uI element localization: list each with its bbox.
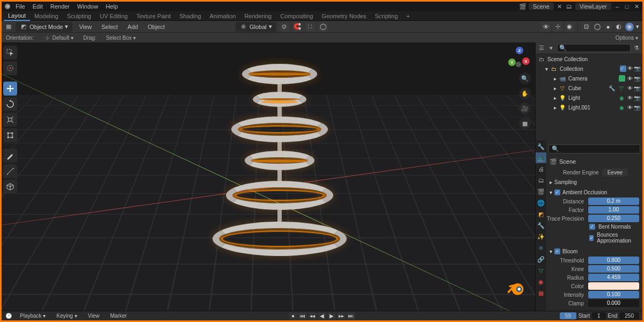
start-frame-field[interactable]: 1 xyxy=(592,312,606,319)
pan-gizmo[interactable]: ✋ xyxy=(519,87,531,99)
timeline-marker[interactable]: Marker xyxy=(107,312,130,320)
timeline-keying[interactable]: Keying ▾ xyxy=(53,312,80,320)
scene-name-field[interactable]: Scene xyxy=(529,3,554,10)
drag-mode-dropdown[interactable]: Select Box ▾ xyxy=(103,34,139,41)
mode-dropdown[interactable]: ◩ Object Mode ▾ xyxy=(16,22,72,32)
perspective-toggle-gizmo[interactable]: ▦ xyxy=(519,118,531,129)
prop-tab-particles[interactable]: ✨ xyxy=(536,231,546,242)
tab-texture-paint[interactable]: Texture Paint xyxy=(132,12,175,20)
outliner-item-camera[interactable]: ▸ 📹 Camera 👁📷 xyxy=(536,74,642,83)
render-engine-dropdown[interactable]: Eevee xyxy=(602,169,628,177)
timeline-view[interactable]: View xyxy=(85,312,103,320)
current-frame-field[interactable]: 59 xyxy=(560,312,576,319)
tool-scale[interactable] xyxy=(3,113,17,127)
shading-rendered[interactable]: ◉ xyxy=(625,23,634,31)
xray-toggle[interactable]: ⊡ xyxy=(581,22,591,32)
panel-sampling[interactable]: ▸ Sampling xyxy=(546,178,642,187)
menu-edit[interactable]: Edit xyxy=(30,2,46,11)
prop-tab-world[interactable]: 🌐 xyxy=(536,197,546,208)
panel-depth-of-field[interactable]: ▸ Depth of Field xyxy=(546,309,642,311)
render-icon[interactable]: 📷 xyxy=(634,76,640,82)
tab-modeling[interactable]: Modeling xyxy=(30,12,63,20)
tool-annotate[interactable] xyxy=(3,149,17,163)
header-object[interactable]: Object xyxy=(144,23,168,31)
prop-tab-texture[interactable]: ▦ xyxy=(536,288,546,298)
window-maximize-icon[interactable]: □ xyxy=(623,3,631,10)
viewlayer-name-field[interactable]: ViewLayer xyxy=(575,3,611,10)
bloom-clamp-field[interactable]: 0.000 xyxy=(588,299,639,307)
filter-icon[interactable]: ⚗ xyxy=(633,45,640,52)
render-icon[interactable]: 📷 xyxy=(634,105,640,111)
menu-file[interactable]: File xyxy=(12,2,28,11)
tool-measure[interactable] xyxy=(3,164,17,178)
overlay-toggle[interactable]: ◉ xyxy=(565,22,574,32)
prev-keyframe-button[interactable]: ◂◂ xyxy=(308,312,317,320)
tab-add-workspace[interactable]: + xyxy=(402,12,414,20)
pivot-point-button[interactable]: ⊙ xyxy=(280,22,289,32)
bloom-radius-field[interactable]: 4.459 xyxy=(588,274,639,281)
tool-rotate[interactable] xyxy=(3,97,17,111)
snap-target-dropdown[interactable]: ⸬ xyxy=(305,22,315,32)
tool-select-box[interactable] xyxy=(3,46,17,60)
z-axis-handle[interactable]: Z xyxy=(516,47,523,54)
prop-tab-constraints[interactable]: 🔗 xyxy=(536,254,546,265)
outliner-item-light[interactable]: ▸ 💡 Light ◉ 👁📷 xyxy=(536,93,642,103)
menu-render[interactable]: Render xyxy=(47,2,73,11)
ao-trace-precision-field[interactable]: 0.250 xyxy=(588,215,639,222)
scene-object-space-station[interactable] xyxy=(204,64,355,311)
shading-material[interactable]: ◐ xyxy=(614,23,623,31)
y-axis-handle[interactable]: Y xyxy=(508,58,516,66)
render-icon[interactable]: 📷 xyxy=(634,65,640,72)
prop-tab-output[interactable]: 🖨 xyxy=(536,164,546,174)
eye-icon[interactable]: 👁 xyxy=(627,105,633,111)
bloom-color-field[interactable] xyxy=(588,282,639,290)
jump-to-start-button[interactable]: ⏮ xyxy=(298,312,307,320)
properties-search-input[interactable] xyxy=(548,144,640,153)
prop-tab-scene[interactable]: 🎬 xyxy=(536,186,546,197)
end-frame-field[interactable]: 250 xyxy=(619,312,639,319)
shading-solid[interactable]: ● xyxy=(604,23,612,31)
play-button[interactable]: ▶ xyxy=(327,312,336,320)
x-axis-handle[interactable]: X xyxy=(522,57,530,65)
tool-orientation-dropdown[interactable]: ⊹ Default ▾ xyxy=(40,33,77,42)
disclosure-icon[interactable]: ▸ xyxy=(554,76,557,82)
tool-move[interactable] xyxy=(3,82,17,96)
tab-geo-nodes[interactable]: Geometry Nodes xyxy=(317,12,370,20)
tab-uv-editing[interactable]: UV Editing xyxy=(96,12,132,20)
tab-compositing[interactable]: Compositing xyxy=(276,12,317,20)
panel-ambient-occlusion[interactable]: ▾ ✓ Ambient Occlusion xyxy=(546,188,642,197)
tab-rendering[interactable]: Rendering xyxy=(240,12,276,20)
snap-toggle[interactable]: 🧲 xyxy=(292,22,302,32)
editor-type-icon[interactable]: ▦ xyxy=(5,23,12,31)
shading-wireframe[interactable]: ◯ xyxy=(593,23,602,31)
outliner-item-cube[interactable]: ▸ ▽ Cube 🔧 ▽ 👁📷 xyxy=(536,83,642,93)
prop-tab-data[interactable]: ▽ xyxy=(536,265,546,276)
ao-checkbox[interactable]: ✓ xyxy=(554,189,560,195)
bloom-checkbox[interactable]: ✓ xyxy=(554,248,560,254)
next-keyframe-button[interactable]: ▸▸ xyxy=(337,312,346,320)
eye-icon[interactable]: 👁 xyxy=(627,85,633,91)
timeline-playback[interactable]: Playback ▾ xyxy=(17,312,49,320)
prop-tab-material[interactable]: ◉ xyxy=(536,276,546,287)
render-icon[interactable]: 📷 xyxy=(634,95,640,101)
options-dropdown[interactable]: Options ▾ xyxy=(616,35,638,41)
tool-transform[interactable] xyxy=(3,128,17,142)
3d-viewport[interactable]: X Y Z 🔍 ✋ 🎥 ▦ xyxy=(2,42,535,311)
bloom-threshold-field[interactable]: 0.800 xyxy=(588,257,639,264)
menu-window[interactable]: Window xyxy=(74,2,101,11)
tab-layout[interactable]: Layout xyxy=(4,11,30,21)
nav-gizmo[interactable]: X Y Z xyxy=(508,47,531,69)
scene-datablock-header[interactable]: 🎬 Scene xyxy=(546,156,642,167)
tool-add-cube[interactable] xyxy=(3,180,17,194)
outliner-display-mode[interactable]: ▾ xyxy=(547,45,555,52)
window-minimize-icon[interactable]: – xyxy=(613,3,621,10)
outliner-collection[interactable]: ▾ 🗀 Collection ✓ 👁 📷 xyxy=(536,64,642,74)
render-icon[interactable]: 📷 xyxy=(634,85,640,91)
disclosure-icon[interactable]: ▾ xyxy=(545,66,548,72)
eye-icon[interactable]: 👁 xyxy=(627,95,633,101)
tab-scripting[interactable]: Scripting xyxy=(370,12,402,20)
exclude-checkbox[interactable]: ✓ xyxy=(620,65,626,72)
zoom-gizmo[interactable]: 🔍 xyxy=(519,72,531,84)
timeline-editor-icon[interactable]: 🕐 xyxy=(5,312,12,320)
menu-help[interactable]: Help xyxy=(103,2,121,11)
